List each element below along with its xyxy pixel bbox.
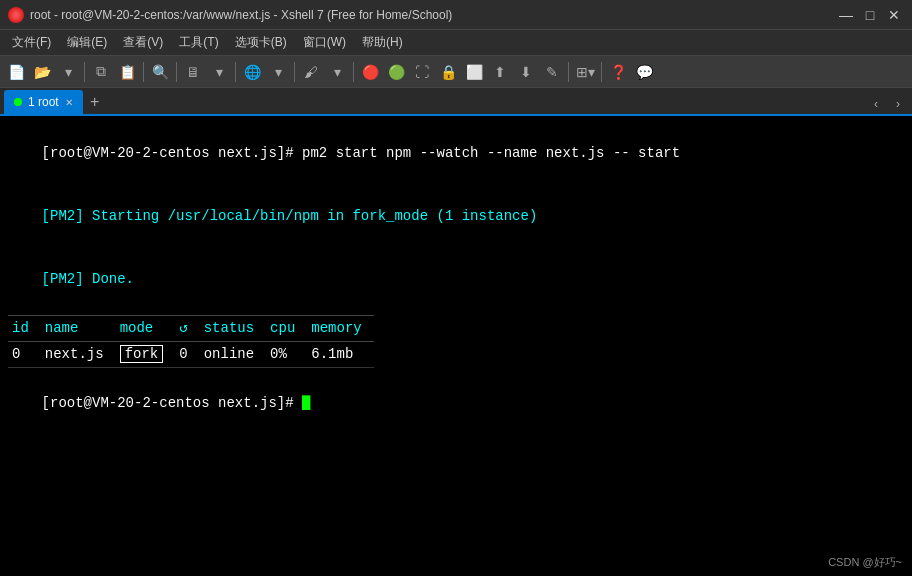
toolbar-search[interactable]: 🔍 <box>148 60 172 84</box>
toolbar-paste[interactable]: 📋 <box>115 60 139 84</box>
cell-cpu: 0% <box>266 342 307 368</box>
terminal-line-2: [PM2] Starting /usr/local/bin/npm in for… <box>8 185 904 248</box>
col-restart: ↺ <box>175 316 199 342</box>
toolbar-download[interactable]: ⬇ <box>514 60 538 84</box>
cursor: █ <box>302 395 310 411</box>
toolbar-new[interactable]: 📄 <box>4 60 28 84</box>
toolbar-paint-drop[interactable]: ▾ <box>325 60 349 84</box>
col-cpu: cpu <box>266 316 307 342</box>
table-row: 0 next.js fork 0 online 0% 6.1mb <box>8 342 374 368</box>
table-header-row: id name mode ↺ status cpu memory <box>8 316 374 342</box>
toolbar-sessions-drop[interactable]: ▾ <box>207 60 231 84</box>
cell-restart: 0 <box>175 342 199 368</box>
prompt-1: [root@VM-20-2-centos next.js]# pm2 start… <box>42 145 681 161</box>
tab-nav: ‹ › <box>866 94 908 114</box>
menu-bar: 文件(F) 编辑(E) 查看(V) 工具(T) 选项卡(B) 窗口(W) 帮助(… <box>0 30 912 56</box>
toolbar-paint[interactable]: 🖌 <box>299 60 323 84</box>
menu-window[interactable]: 窗口(W) <box>295 32 354 53</box>
menu-tools[interactable]: 工具(T) <box>171 32 226 53</box>
tab-nav-prev[interactable]: ‹ <box>866 94 886 114</box>
pm2-table: id name mode ↺ status cpu memory 0 next.… <box>8 315 374 368</box>
menu-file[interactable]: 文件(F) <box>4 32 59 53</box>
toolbar-sep-3 <box>176 62 177 82</box>
cell-name: next.js <box>41 342 116 368</box>
menu-edit[interactable]: 编辑(E) <box>59 32 115 53</box>
col-id: id <box>8 316 41 342</box>
tab-add-button[interactable]: + <box>83 90 107 114</box>
window-title: root - root@VM-20-2-centos:/var/www/next… <box>30 8 452 22</box>
toolbar-bubble[interactable]: 💬 <box>632 60 656 84</box>
terminal[interactable]: [root@VM-20-2-centos next.js]# pm2 start… <box>0 116 912 576</box>
prompt-2: [root@VM-20-2-centos next.js]# <box>42 395 302 411</box>
app-icon <box>8 7 24 23</box>
toolbar-help[interactable]: ❓ <box>606 60 630 84</box>
toolbar-dropdown[interactable]: ▾ <box>56 60 80 84</box>
minimize-button[interactable]: — <box>836 5 856 25</box>
cell-status: online <box>200 342 266 368</box>
maximize-button[interactable]: □ <box>860 5 880 25</box>
toolbar-lock[interactable]: 🔒 <box>436 60 460 84</box>
col-status: status <box>200 316 266 342</box>
toolbar-open[interactable]: 📂 <box>30 60 54 84</box>
terminal-line-3: [PM2] Done. <box>8 248 904 311</box>
cell-id: 0 <box>8 342 41 368</box>
terminal-line-1: [root@VM-20-2-centos next.js]# pm2 start… <box>8 122 904 185</box>
toolbar-sep-1 <box>84 62 85 82</box>
col-mode: mode <box>116 316 176 342</box>
title-bar-left: root - root@VM-20-2-centos:/var/www/next… <box>8 7 452 23</box>
col-name: name <box>41 316 116 342</box>
cell-mode: fork <box>116 342 176 368</box>
toolbar-fullscreen[interactable]: ⛶ <box>410 60 434 84</box>
tab-close-icon[interactable]: ✕ <box>65 97 73 108</box>
toolbar-red-circle[interactable]: 🔴 <box>358 60 382 84</box>
toolbar-globe[interactable]: 🌐 <box>240 60 264 84</box>
window-controls: — □ ✕ <box>836 5 904 25</box>
toolbar-upload[interactable]: ⬆ <box>488 60 512 84</box>
toolbar-sep-4 <box>235 62 236 82</box>
toolbar-box[interactable]: ⬜ <box>462 60 486 84</box>
toolbar-sessions[interactable]: 🖥 <box>181 60 205 84</box>
toolbar-multi-drop[interactable]: ⊞▾ <box>573 60 597 84</box>
toolbar-globe-drop[interactable]: ▾ <box>266 60 290 84</box>
title-bar: root - root@VM-20-2-centos:/var/www/next… <box>0 0 912 30</box>
tab-label: 1 root <box>28 95 59 109</box>
toolbar-sep-5 <box>294 62 295 82</box>
tab-bar: 1 root ✕ + ‹ › <box>0 88 912 116</box>
toolbar-green-circle[interactable]: 🟢 <box>384 60 408 84</box>
close-button[interactable]: ✕ <box>884 5 904 25</box>
toolbar-sep-7 <box>568 62 569 82</box>
tab-root[interactable]: 1 root ✕ <box>4 90 83 114</box>
pm2-line-2: [PM2] Done. <box>42 271 134 287</box>
watermark: CSDN @好巧~ <box>828 554 902 571</box>
col-memory: memory <box>307 316 373 342</box>
pm2-line-1: [PM2] Starting /usr/local/bin/npm in for… <box>42 208 538 224</box>
menu-tabs[interactable]: 选项卡(B) <box>227 32 295 53</box>
menu-view[interactable]: 查看(V) <box>115 32 171 53</box>
tab-nav-next[interactable]: › <box>888 94 908 114</box>
toolbar-sep-2 <box>143 62 144 82</box>
toolbar-edit2[interactable]: ✎ <box>540 60 564 84</box>
toolbar-copy[interactable]: ⧉ <box>89 60 113 84</box>
cell-memory: 6.1mb <box>307 342 373 368</box>
toolbar-sep-6 <box>353 62 354 82</box>
terminal-prompt-line: [root@VM-20-2-centos next.js]# █ <box>8 372 904 435</box>
tab-status-dot <box>14 98 22 106</box>
toolbar: 📄 📂 ▾ ⧉ 📋 🔍 🖥 ▾ 🌐 ▾ 🖌 ▾ 🔴 🟢 ⛶ 🔒 ⬜ ⬆ ⬇ ✎ … <box>0 56 912 88</box>
toolbar-sep-8 <box>601 62 602 82</box>
mode-badge: fork <box>120 345 164 363</box>
menu-help[interactable]: 帮助(H) <box>354 32 411 53</box>
